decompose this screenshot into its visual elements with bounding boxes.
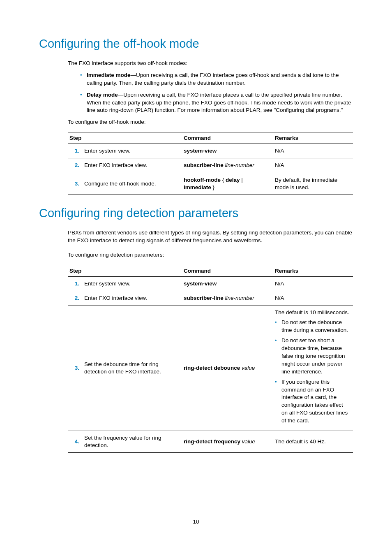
section2-title: Configuring ring detection parameters (39, 206, 353, 220)
step-remarks: The default is 10 milliseconds. Do not s… (273, 306, 353, 431)
step-command: system-view (182, 276, 273, 291)
cmd-bold: ring-detect debounce (184, 365, 240, 371)
bullet-immediate-mode: Immediate mode—Upon receiving a call, th… (80, 72, 353, 87)
step-command: ring-detect debounce value (182, 306, 273, 431)
section2-lead: To configure ring detection parameters: (39, 251, 353, 259)
section1-intro: The FXO interface supports two off-hook … (39, 60, 353, 67)
cmd-plain: | (240, 177, 243, 183)
remarks-bullet: Do not set too short a debounce time, be… (275, 337, 350, 375)
step-desc: Enter system view. (83, 144, 182, 158)
th-step: Step (68, 132, 182, 144)
cmd-bold: subscriber-line (184, 295, 224, 301)
section1-table: Step Command Remarks 1. Enter system vie… (68, 132, 353, 195)
table-row: 4. Set the frequency value for ring dete… (68, 431, 353, 453)
step-desc: Configure the off-hook mode. (83, 173, 182, 195)
cmd-bold: subscriber-line (184, 162, 224, 168)
section1-bullets: Immediate mode—Upon receiving a call, th… (39, 72, 353, 114)
cmd-plain: { (221, 177, 226, 183)
step-command: subscriber-line line-number (182, 291, 273, 306)
th-command: Command (182, 132, 273, 144)
table-row: 2. Enter FXO interface view. subscriber-… (68, 158, 353, 173)
step-number: 1. (68, 144, 83, 158)
step-number: 2. (68, 291, 83, 306)
cmd-bold: system-view (184, 148, 217, 154)
cmd-italic: value (240, 365, 255, 371)
th-remarks: Remarks (273, 265, 353, 276)
bullet-label: Immediate mode (87, 72, 131, 78)
cmd-bold: ring-detect frequency (184, 438, 240, 445)
step-desc: Enter FXO interface view. (83, 291, 182, 306)
step-desc: Enter system view. (83, 276, 182, 291)
step-remarks: By default, the immediate mode is used. (273, 173, 353, 195)
step-number: 3. (68, 306, 83, 431)
remarks-bullets: Do not set the debounce time during a co… (275, 319, 350, 425)
table-row: 1. Enter system view. system-view N/A (68, 144, 353, 158)
table-row: 1. Enter system view. system-view N/A (68, 276, 353, 291)
section2-table: Step Command Remarks 1. Enter system vie… (68, 265, 353, 453)
step-remarks: N/A (273, 144, 353, 158)
remarks-intro: The default is 10 milliseconds. (275, 309, 350, 316)
cmd-plain: } (211, 184, 214, 190)
bullet-text: —Upon receiving a call, the FXO interfac… (87, 92, 351, 114)
cmd-italic: value (240, 438, 255, 445)
step-command: system-view (182, 144, 273, 158)
step-command: ring-detect frequency value (182, 431, 273, 453)
page-container: Configuring the off-hook mode The FXO in… (0, 0, 392, 533)
step-remarks: The default is 40 Hz. (273, 431, 353, 453)
section1-title: Configuring the off-hook mode (39, 37, 353, 51)
step-command: subscriber-line line-number (182, 158, 273, 173)
step-desc: Set the frequency value for ring detecti… (83, 431, 182, 453)
remarks-bullet: If you configure this command on an FXO … (275, 378, 350, 425)
table-row: 3. Set the debounce time for ring detect… (68, 306, 353, 431)
cmd-bold: immediate (184, 184, 211, 190)
section2-intro: PBXs from different vendors use differen… (39, 229, 353, 245)
section1-lead: To configure the off-hook mode: (39, 118, 353, 126)
step-remarks: N/A (273, 158, 353, 173)
bullet-delay-mode: Delay mode—Upon receiving a call, the FX… (80, 91, 353, 115)
step-number: 3. (68, 173, 83, 195)
th-command: Command (182, 265, 273, 276)
cmd-bold: hookoff-mode (184, 177, 221, 183)
table-row: 3. Configure the off-hook mode. hookoff-… (68, 173, 353, 195)
step-number: 2. (68, 158, 83, 173)
step-remarks: N/A (273, 276, 353, 291)
step-command: hookoff-mode { delay | immediate } (182, 173, 273, 195)
step-desc: Enter FXO interface view. (83, 158, 182, 173)
step-number: 4. (68, 431, 83, 453)
remarks-bullet: Do not set the debounce time during a co… (275, 319, 350, 334)
step-number: 1. (68, 276, 83, 291)
table-row: 2. Enter FXO interface view. subscriber-… (68, 291, 353, 306)
cmd-bold: delay (226, 177, 240, 183)
bullet-label: Delay mode (87, 92, 118, 98)
cmd-bold: system-view (184, 280, 217, 287)
cmd-italic: line-number (224, 295, 254, 301)
cmd-italic: line-number (224, 162, 254, 168)
th-remarks: Remarks (273, 132, 353, 144)
page-number: 10 (39, 519, 353, 525)
th-step: Step (68, 265, 182, 276)
step-desc: Set the debounce time for ring detection… (83, 306, 182, 431)
step-remarks: N/A (273, 291, 353, 306)
